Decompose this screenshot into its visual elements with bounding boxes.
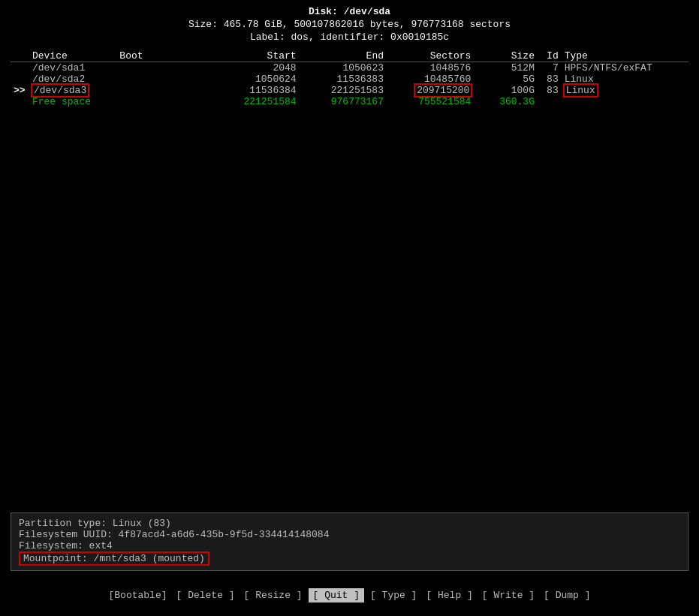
row-end: 1050623 bbox=[300, 62, 387, 74]
disk-size: Size: 465.78 GiB, 500107862016 bytes, 97… bbox=[0, 19, 699, 30]
mountpoint-line: Mountpoint: /mnt/sda3 (mounted) bbox=[19, 551, 680, 566]
row-start: 221251584 bbox=[204, 96, 300, 107]
row-device: /dev/sda2 bbox=[29, 74, 116, 85]
row-device: /dev/sda1 bbox=[29, 62, 116, 74]
row-sectors: 10485760 bbox=[387, 74, 474, 85]
row-boot bbox=[116, 62, 203, 74]
row-sectors: 755521584 bbox=[387, 96, 474, 107]
table-header: Device Boot Start End Sectors Size Id Ty… bbox=[11, 50, 688, 62]
col-header-end: End bbox=[300, 50, 387, 62]
toolbar-button-bootable[interactable]: [Bootable] bbox=[106, 588, 170, 602]
toolbar-button-dump[interactable]: [ Dump ] bbox=[541, 588, 593, 602]
row-start: 2048 bbox=[204, 62, 300, 74]
row-device: /dev/sda3 bbox=[29, 85, 116, 96]
row-end: 976773167 bbox=[300, 96, 387, 107]
col-header-device: Device bbox=[29, 50, 116, 62]
col-header-sectors: Sectors bbox=[387, 50, 474, 62]
col-header-start: Start bbox=[204, 50, 300, 62]
row-type: Linux bbox=[562, 74, 688, 85]
table-row[interactable]: /dev/sda1204810506231048576512M7HPFS/NTF… bbox=[11, 62, 688, 74]
toolbar-button-resize[interactable]: [ Resize ] bbox=[241, 588, 306, 602]
disk-label: Label: dos, identifier: 0x0010185c bbox=[0, 32, 699, 43]
table-row[interactable]: >>/dev/sda311536384221251583209715200100… bbox=[11, 85, 688, 96]
row-indicator bbox=[11, 96, 29, 107]
row-id: 7 bbox=[538, 62, 562, 74]
toolbar-button-help[interactable]: [ Help ] bbox=[423, 588, 475, 602]
col-header-size: Size bbox=[474, 50, 538, 62]
partition-type: Partition type: Linux (83) bbox=[19, 518, 680, 529]
row-type: HPFS/NTFS/exFAT bbox=[562, 62, 688, 74]
col-header-id: Id bbox=[538, 50, 562, 62]
row-start: 11536384 bbox=[204, 85, 300, 96]
row-boot bbox=[116, 74, 203, 85]
mountpoint-value: Mountpoint: /mnt/sda3 (mounted) bbox=[19, 551, 209, 566]
filesystem: Filesystem: ext4 bbox=[19, 540, 680, 551]
toolbar-button-quit[interactable]: [ Quit ] bbox=[309, 588, 364, 602]
row-indicator bbox=[11, 74, 29, 85]
row-id: 83 bbox=[538, 74, 562, 85]
row-size: 512M bbox=[474, 62, 538, 74]
row-indicator bbox=[11, 62, 29, 74]
row-end: 221251583 bbox=[300, 85, 387, 96]
row-size: 5G bbox=[474, 74, 538, 85]
toolbar-button-type[interactable]: [ Type ] bbox=[367, 588, 420, 602]
filesystem-uuid: Filesystem UUID: 4f87acd4-a6d6-435b-9f5d… bbox=[19, 529, 680, 540]
toolbar-button-delete[interactable]: [ Delete ] bbox=[173, 588, 238, 602]
info-panel: Partition type: Linux (83) Filesystem UU… bbox=[11, 512, 688, 571]
row-boot bbox=[116, 85, 203, 96]
row-size: 100G bbox=[474, 85, 538, 96]
row-sectors: 209715200 bbox=[387, 85, 474, 96]
table-row[interactable]: /dev/sda2105062411536383104857605G83Linu… bbox=[11, 74, 688, 85]
col-header-type: Type bbox=[562, 50, 688, 62]
disk-title: Disk: /dev/sda bbox=[0, 6, 699, 17]
row-id: 83 bbox=[538, 85, 562, 96]
table-row[interactable]: Free space221251584976773167755521584360… bbox=[11, 96, 688, 107]
col-header-boot: Boot bbox=[116, 50, 203, 62]
row-boot bbox=[116, 96, 203, 107]
row-device: Free space bbox=[29, 96, 116, 107]
button-bar: [Bootable][ Delete ][ Resize ][ Quit ][ … bbox=[0, 575, 699, 616]
row-type: Linux bbox=[562, 85, 688, 96]
row-id bbox=[538, 96, 562, 107]
row-start: 1050624 bbox=[204, 74, 300, 85]
row-sectors: 1048576 bbox=[387, 62, 474, 74]
row-type bbox=[562, 96, 688, 107]
row-end: 11536383 bbox=[300, 74, 387, 85]
toolbar-button-write[interactable]: [ Write ] bbox=[479, 588, 538, 602]
row-size: 360.3G bbox=[474, 96, 538, 107]
row-indicator: >> bbox=[11, 85, 29, 96]
